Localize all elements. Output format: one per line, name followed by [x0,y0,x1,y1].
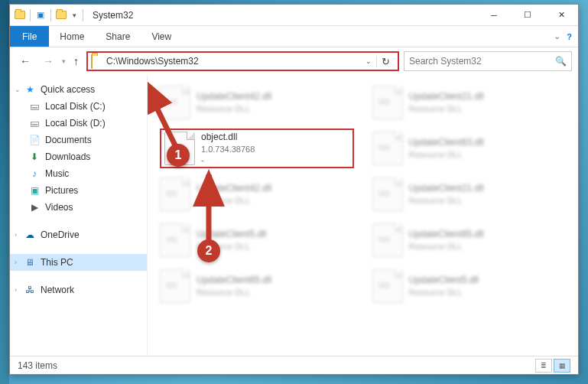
sidebar-item-local-disk-c[interactable]: 🖴Local Disk (C:) [10,98,147,115]
file-item[interactable]: UpdateClient65.dllResource DLL [372,220,567,260]
sidebar-item-label: Downloads [45,151,90,162]
file-item[interactable]: UpdateClient5.dllResource DLL [160,220,354,260]
close-button[interactable]: ✕ [544,5,578,26]
pictures-icon: ▣ [28,184,41,197]
downloads-icon: ⬇ [28,151,41,163]
file-name: UpdateClient42.dll [197,183,271,195]
maximize-button[interactable]: ☐ [511,5,544,26]
sidebar-item-label: OneDrive [41,229,80,240]
navigation-bar: ← → ▾ ↑ ⌄ ↻ 🔍 [10,47,578,75]
file-name: UpdateClient21.dll [409,91,484,103]
separator [83,9,83,21]
dll-icon [160,86,190,119]
navigation-pane[interactable]: ⌄ ★ Quick access 🖴Local Disk (C:) 🖴Local… [10,75,148,356]
file-name: UpdateClient21.dll [409,183,484,195]
ribbon-expand-icon[interactable]: ⌄ [554,31,560,41]
dll-icon [160,269,190,303]
help-icon[interactable]: ? [567,32,572,41]
details-view-button[interactable]: ≣ [535,359,552,373]
file-desc: Resource DLL [197,103,271,114]
tab-home[interactable]: Home [49,26,95,47]
address-dropdown-icon[interactable]: ⌄ [361,57,376,65]
sidebar-item-label: Videos [45,202,73,213]
sidebar-network[interactable]: ›🖧Network [10,281,147,298]
file-item[interactable]: UpdateClient5.dllResource DLL [372,266,567,306]
chevron-icon[interactable]: ⌄ [15,86,21,93]
qat-dropdown-icon[interactable]: ▾ [70,11,80,19]
file-desc: Resource DLL [197,241,266,252]
videos-icon: ▶ [28,201,41,213]
separator [30,9,31,21]
sidebar-item-label: Local Disk (C:) [45,101,106,112]
tiles-view-button[interactable]: ▦ [554,359,570,373]
status-item-count: 143 items [18,360,57,371]
tab-share[interactable]: Share [95,26,141,47]
file-tab[interactable]: File [10,26,49,47]
address-input[interactable] [106,56,361,67]
search-box[interactable]: 🔍 [404,51,572,71]
file-desc: Resource DLL [409,103,484,114]
dll-icon [164,132,195,165]
sidebar-onedrive[interactable]: ›☁OneDrive [10,226,147,243]
file-name: UpdateClient63.dll [409,137,484,149]
dll-icon [160,223,190,257]
body: ⌄ ★ Quick access 🖴Local Disk (C:) 🖴Local… [10,75,578,356]
tab-view[interactable]: View [141,26,182,47]
separator [50,9,51,21]
music-icon: ♪ [28,168,41,180]
window-title: System32 [88,10,477,21]
chevron-icon[interactable]: › [15,259,17,266]
back-button[interactable]: ← [16,52,34,70]
file-item[interactable]: UpdateClient42.dllResource DLL [160,174,354,214]
search-input[interactable] [409,56,555,67]
ribbon-right: ⌄ ? [554,26,578,47]
file-item[interactable]: UpdateClient21.dllResource DLL [372,83,567,122]
file-item[interactable]: UpdateClient65.dllResource DLL [160,266,354,306]
sidebar-item-music[interactable]: ♪Music [10,165,147,182]
minimize-button[interactable]: ─ [477,5,511,26]
file-name: UpdateClient42.dll [197,91,271,103]
sidebar-item-label: This PC [41,257,73,268]
file-version: 1.0.734.38768 [201,144,255,155]
history-dropdown-icon[interactable]: ▾ [62,57,66,65]
sidebar-item-documents[interactable]: 📄Documents [10,132,147,148]
chevron-icon[interactable]: › [15,286,17,294]
file-name: UpdateClient5.dll [409,275,479,287]
refresh-button[interactable]: ↻ [376,56,395,67]
address-bar[interactable]: ⌄ ↻ [86,51,399,71]
quick-access-toolbar: ▣ ▾ [10,8,88,22]
forward-button[interactable]: → [39,52,57,70]
file-item-highlighted[interactable]: object.dll1.0.734.38768- [160,129,354,168]
ribbon-tabs: File Home Share View ⌄ ? [10,26,578,47]
sidebar-item-downloads[interactable]: ⬇Downloads [10,148,147,165]
disk-icon: 🖴 [28,117,41,129]
dll-icon [372,86,403,119]
disk-icon: 🖴 [28,100,41,112]
file-list[interactable]: UpdateClient42.dllResource DLL UpdateCli… [148,75,578,356]
sidebar-quick-access[interactable]: ⌄ ★ Quick access [10,81,147,98]
file-desc: Resource DLL [409,241,484,252]
sidebar-item-label: Quick access [41,84,95,95]
star-icon: ★ [24,83,36,96]
folder-icon [13,8,27,22]
folder-icon [91,55,103,67]
sidebar-item-pictures[interactable]: ▣Pictures [10,182,147,199]
file-item[interactable]: UpdateClient21.dllResource DLL [372,174,567,214]
properties-icon[interactable]: ▣ [34,8,47,22]
sidebar-item-label: Local Disk (D:) [45,118,106,129]
file-desc: - [201,155,255,165]
file-item[interactable]: UpdateClient42.dllResource DLL [160,83,354,122]
sidebar-item-local-disk-d[interactable]: 🖴Local Disk (D:) [10,115,147,132]
sidebar-item-videos[interactable]: ▶Videos [10,199,147,216]
network-icon: 🖧 [24,284,36,296]
up-button[interactable]: ↑ [70,55,82,67]
documents-icon: 📄 [28,134,41,146]
sidebar-this-pc[interactable]: ›🖥This PC [10,254,147,271]
dll-icon [372,269,403,303]
folder-icon [54,8,68,22]
dll-icon [160,177,190,211]
file-name: UpdateClient65.dll [197,275,271,287]
file-desc: Resource DLL [409,287,479,298]
file-item[interactable]: UpdateClient63.dllResource DLL [372,129,567,168]
chevron-icon[interactable]: › [15,231,17,239]
